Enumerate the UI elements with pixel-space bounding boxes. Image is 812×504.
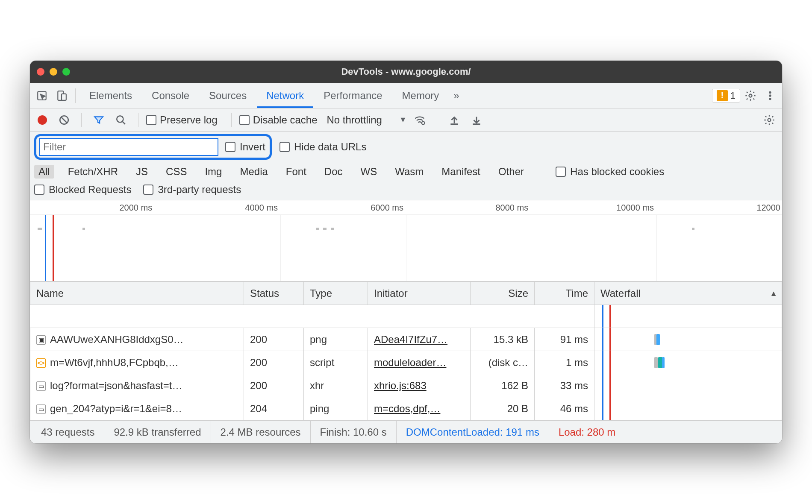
- document-file-icon: ▭: [36, 381, 46, 391]
- dcl-marker: [45, 215, 46, 281]
- search-icon[interactable]: [112, 111, 130, 129]
- inspect-element-icon[interactable]: [32, 86, 51, 105]
- type-filter-img[interactable]: Img: [200, 165, 226, 179]
- tick-label: 6000 ms: [371, 203, 406, 213]
- device-toolbar-icon[interactable]: [52, 86, 71, 105]
- table-row[interactable]: ▭log?format=json&hasfast=t… 200 xhr xhri…: [30, 374, 782, 397]
- settings-icon[interactable]: [741, 86, 760, 105]
- script-file-icon: <>: [36, 358, 46, 368]
- maximize-window-button[interactable]: [62, 68, 70, 76]
- blocked-requests-checkbox[interactable]: [34, 185, 44, 195]
- tick-label: 8000 ms: [495, 203, 531, 213]
- has-blocked-cookies-checkbox[interactable]: [556, 167, 566, 177]
- devtools-window: DevTools - www.google.com/ Elements Cons…: [30, 61, 782, 443]
- status-resources: 2.4 MB resources: [211, 421, 311, 443]
- throttling-select[interactable]: No throttling ▼: [327, 114, 406, 126]
- tabs-overflow-button[interactable]: »: [449, 83, 463, 108]
- invert-label: Invert: [240, 141, 265, 153]
- initiator-link[interactable]: moduleloader…: [374, 357, 446, 368]
- invert-checkbox[interactable]: [225, 142, 235, 152]
- export-har-icon[interactable]: [467, 111, 486, 129]
- separator: [437, 113, 437, 127]
- document-file-icon: ▭: [36, 404, 46, 414]
- tab-sources[interactable]: Sources: [200, 83, 256, 108]
- status-finish: Finish: 10.60 s: [311, 421, 397, 443]
- tick-label: 4000 ms: [245, 203, 280, 213]
- clear-icon[interactable]: [55, 111, 74, 129]
- image-file-icon: ▣: [36, 335, 46, 345]
- third-party-checkbox[interactable]: [143, 185, 153, 195]
- record-button[interactable]: [38, 115, 47, 125]
- type-filter-js[interactable]: JS: [132, 165, 152, 179]
- initiator-link[interactable]: xhrio.js:683: [374, 380, 427, 391]
- svg-point-5: [769, 94, 771, 96]
- status-transferred: 92.9 kB transferred: [104, 421, 211, 443]
- tab-console[interactable]: Console: [142, 83, 199, 108]
- type-filter-fetchxhr[interactable]: Fetch/XHR: [64, 165, 122, 179]
- traffic-lights: [37, 68, 70, 76]
- filter-highlight-box: Invert: [34, 134, 272, 160]
- tab-performance[interactable]: Performance: [314, 83, 391, 108]
- col-initiator[interactable]: Initiator: [368, 282, 471, 305]
- preserve-log-label: Preserve log: [160, 114, 218, 126]
- table-row[interactable]: <>m=Wt6vjf,hhhU8,FCpbqb,… 200 script mod…: [30, 351, 782, 374]
- disable-cache-checkbox[interactable]: [239, 115, 250, 125]
- separator: [138, 113, 138, 127]
- requests-table: Name Status Type Initiator Size Time Wat…: [30, 281, 782, 420]
- type-filter-font[interactable]: Font: [282, 165, 311, 179]
- col-waterfall[interactable]: Waterfall▲: [594, 282, 782, 305]
- timeline-overview[interactable]: 2000 ms 4000 ms 6000 ms 8000 ms 10000 ms…: [30, 200, 782, 281]
- status-requests: 43 requests: [32, 421, 104, 443]
- status-domcontentloaded: DOMContentLoaded: 191 ms: [397, 421, 549, 443]
- col-status[interactable]: Status: [244, 282, 304, 305]
- network-conditions-icon[interactable]: [410, 111, 429, 129]
- col-type[interactable]: Type: [304, 282, 368, 305]
- type-filter-css[interactable]: CSS: [162, 165, 191, 179]
- type-filter-manifest[interactable]: Manifest: [437, 165, 485, 179]
- filter-input[interactable]: [39, 138, 218, 156]
- network-toolbar: Preserve log Disable cache No throttling…: [30, 108, 782, 132]
- kebab-menu-icon[interactable]: [761, 86, 780, 105]
- has-blocked-cookies-label: Has blocked cookies: [570, 166, 664, 178]
- tab-memory[interactable]: Memory: [393, 83, 449, 108]
- svg-rect-2: [62, 94, 66, 100]
- table-header-row: Name Status Type Initiator Size Time Wat…: [30, 282, 782, 305]
- titlebar: DevTools - www.google.com/: [30, 61, 782, 83]
- type-filter-wasm[interactable]: Wasm: [391, 165, 428, 179]
- network-settings-icon[interactable]: [760, 111, 779, 129]
- svg-point-4: [769, 91, 771, 93]
- initiator-link[interactable]: m=cdos,dpf,…: [374, 403, 440, 414]
- warning-icon: !: [717, 90, 728, 101]
- disable-cache-label: Disable cache: [253, 114, 318, 126]
- tab-elements[interactable]: Elements: [80, 83, 141, 108]
- status-bar: 43 requests 92.9 kB transferred 2.4 MB r…: [30, 420, 782, 443]
- initiator-link[interactable]: ADea4I7IfZu7…: [374, 334, 447, 345]
- hide-data-urls-checkbox[interactable]: [279, 142, 290, 152]
- load-marker: [53, 215, 54, 281]
- type-filter-media[interactable]: Media: [235, 165, 272, 179]
- tab-network[interactable]: Network: [257, 83, 313, 108]
- col-size[interactable]: Size: [471, 282, 535, 305]
- close-window-button[interactable]: [37, 68, 44, 76]
- type-filter-ws[interactable]: WS: [356, 165, 382, 179]
- type-filter-other[interactable]: Other: [494, 165, 528, 179]
- svg-point-8: [117, 116, 123, 122]
- svg-point-10: [768, 118, 771, 121]
- blocked-requests-label: Blocked Requests: [49, 184, 131, 196]
- preserve-log-checkbox[interactable]: [146, 115, 156, 125]
- col-name[interactable]: Name: [30, 282, 244, 305]
- tick-label: 2000 ms: [119, 203, 155, 213]
- import-har-icon[interactable]: [445, 111, 464, 129]
- svg-point-9: [421, 121, 424, 124]
- col-time[interactable]: Time: [535, 282, 594, 305]
- type-filter-doc[interactable]: Doc: [320, 165, 347, 179]
- table-row[interactable]: ▣AAWUweXANHG8IddxgS0… 200 png ADea4I7IfZ…: [30, 328, 782, 351]
- issues-badge[interactable]: ! 1: [712, 89, 740, 103]
- minimize-window-button[interactable]: [50, 68, 57, 76]
- sort-indicator-icon: ▲: [770, 289, 777, 298]
- filter-icon[interactable]: [89, 111, 108, 129]
- type-filter-all[interactable]: All: [34, 165, 54, 179]
- separator: [81, 113, 82, 127]
- separator: [231, 113, 232, 127]
- table-row[interactable]: ▭gen_204?atyp=i&r=1&ei=8… 204 ping m=cdo…: [30, 397, 782, 420]
